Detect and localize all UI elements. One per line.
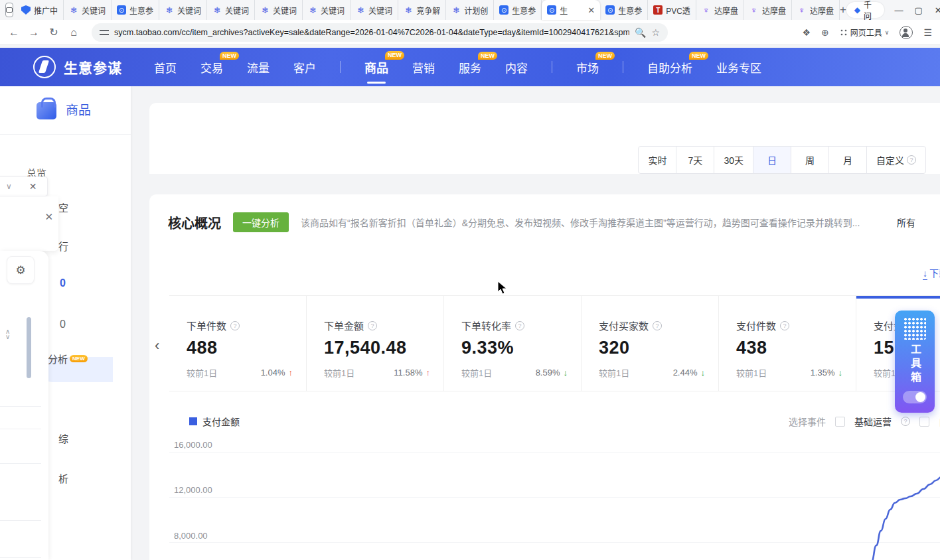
nav-item-市场[interactable]: 市场NEW (576, 59, 599, 76)
browser-tab[interactable]: ❄关键词 (207, 0, 255, 20)
zoom-icon[interactable]: 🔍 (635, 27, 646, 38)
close-icon[interactable]: ✕ (44, 211, 53, 223)
browser-tab[interactable]: ❄关键词 (159, 0, 207, 20)
minimize-button[interactable]: — (894, 5, 904, 15)
select-event-label[interactable]: 选择事件 (789, 415, 826, 428)
browser-tab[interactable]: ⊙生✕ (542, 0, 600, 20)
browser-tab[interactable]: ⊙生意参 (600, 0, 648, 20)
toolbox-toggle[interactable] (903, 391, 927, 403)
help-icon[interactable]: ? (653, 321, 662, 330)
brand[interactable]: 生意参谋 (33, 56, 122, 78)
new-badge: NEW (689, 52, 708, 60)
date-segment-自定义[interactable]: 自定义? (867, 147, 925, 173)
nav-item-自助分析[interactable]: 自助分析NEW (647, 59, 692, 76)
browser-tab[interactable]: ⊙生意参 (494, 0, 542, 20)
one-click-analyze-button[interactable]: 一键分析 (233, 212, 289, 232)
nav-item-营销[interactable]: 营销 (412, 59, 435, 76)
sidebar-item-fragment[interactable]: 空 (58, 200, 68, 214)
reload-icon[interactable]: ↻ (44, 26, 64, 38)
clipped-checkbox[interactable] (919, 417, 929, 427)
sidebar-scrollbar[interactable] (27, 317, 31, 378)
browser-tab[interactable]: ❄关键词 (255, 0, 303, 20)
nav-item-商品[interactable]: 商品NEW (364, 58, 388, 76)
help-icon[interactable]: ? (515, 321, 524, 330)
nav-item-客户[interactable]: 客户 (293, 59, 316, 76)
extensions-icon[interactable]: ❖ (803, 27, 811, 38)
browser-tab[interactable]: ❄竞争解 (398, 0, 446, 20)
menu-icon[interactable]: ☰ (923, 27, 932, 38)
sidebar-item-fragment[interactable]: 0 (60, 318, 66, 330)
browser-tab[interactable]: ♆达摩盘 (792, 0, 840, 20)
divider (0, 134, 131, 135)
nav-item-流量[interactable]: 流量 (247, 59, 270, 76)
help-icon[interactable]: ? (780, 321, 789, 330)
date-segment-7天[interactable]: 7天 (676, 147, 714, 173)
sidebar-item-analysis[interactable]: 分析NEW (48, 352, 88, 366)
home-icon[interactable]: ⌂ (64, 27, 84, 38)
core-overview-card: 核心概况 一键分析 该商品如有“报名新客折扣（首单礼金）&分期免息、发布短视频、… (149, 194, 940, 560)
nav-item-首页[interactable]: 首页 (154, 59, 177, 76)
browser-tab[interactable]: ♆达摩盘 (744, 0, 792, 20)
tab-search-icon[interactable] (5, 3, 13, 17)
download-icon: ↓ (923, 268, 927, 280)
sidebar-item-fragment[interactable]: 综 (58, 431, 68, 445)
forward-icon[interactable]: → (24, 27, 44, 38)
sidebar-item-label: 分析 (48, 354, 68, 365)
help-icon[interactable]: ? (901, 417, 910, 426)
date-segment-月[interactable]: 月 (829, 147, 867, 173)
browser-tab[interactable]: ♆达摩盘 (696, 0, 744, 20)
profile-avatar[interactable] (900, 26, 913, 39)
tab-close-icon[interactable]: ✕ (588, 6, 595, 15)
help-icon[interactable]: ? (368, 321, 377, 330)
close-window-button[interactable]: ✕ (933, 5, 940, 15)
sidebar-item-fragment[interactable]: 行 (58, 239, 68, 253)
all-link[interactable]: 所有 (897, 216, 915, 229)
sidebar-title: 商品 (37, 98, 91, 119)
maximize-button[interactable]: ▢ (913, 5, 924, 15)
basic-operation-checkbox[interactable] (835, 417, 845, 427)
carousel-left-chevron-icon[interactable]: ‹ (155, 337, 159, 354)
compare-label: 较前1日 (461, 366, 492, 379)
nav-item-交易[interactable]: 交易NEW (200, 59, 223, 76)
download-circle-icon[interactable]: ⊕ (821, 27, 829, 38)
date-segment-周[interactable]: 周 (791, 147, 829, 173)
bookmark-star-icon[interactable]: ☆ (651, 27, 660, 38)
nav-item-业务专区[interactable]: 业务专区 (716, 59, 761, 76)
browser-tab[interactable]: ⊙生意参 (112, 0, 159, 20)
metric-card-下单金额[interactable]: 下单金额?17,540.48较前1日11.58%↑ (307, 296, 444, 391)
sort-chevrons-icon[interactable]: ∧∨ (5, 329, 10, 340)
browser-tab[interactable]: ❄关键词 (303, 0, 351, 20)
date-segment-日[interactable]: 日 (753, 147, 791, 173)
snowflake-icon: ❄ (308, 5, 317, 15)
url-text[interactable]: sycm.taobao.com/cc/item_archives?activeK… (114, 28, 629, 37)
sidebar-item-active[interactable]: 0 (60, 277, 66, 289)
browser-tab[interactable]: ❄关键词 (351, 0, 398, 20)
toolbox-widget[interactable]: 工具箱 (895, 311, 935, 413)
metric-card-支付件数[interactable]: 支付件数?438较前1日1.35%↓ (719, 296, 856, 391)
browser-tab[interactable]: 推广中 (16, 0, 64, 20)
web-tools-menu[interactable]: 网页工具 ∨ (840, 27, 890, 38)
browser-tab[interactable]: TPVC透 (648, 0, 696, 20)
metric-card-下单件数[interactable]: 下单件数?488较前1日1.04%↑ (169, 296, 307, 391)
back-icon[interactable]: ← (4, 27, 24, 38)
address-bar[interactable]: sycm.taobao.com/cc/item_archives?activeK… (92, 23, 668, 42)
assistant-button[interactable]: ◆ 千问 (846, 2, 884, 18)
gear-icon[interactable]: ⚙ (7, 256, 35, 284)
nav-item-服务[interactable]: 服务NEW (459, 59, 481, 76)
browser-tab[interactable]: ❄计划创 (446, 0, 494, 20)
date-segment-30天[interactable]: 30天 (714, 147, 753, 173)
nav-item-内容[interactable]: 内容 (505, 59, 528, 76)
chevron-down-icon[interactable]: ∨ (6, 182, 12, 191)
close-icon[interactable]: ✕ (29, 181, 37, 192)
help-icon[interactable]: ? (907, 155, 916, 165)
new-tab-button[interactable]: + (840, 1, 846, 19)
metric-card-支付买家数[interactable]: 支付买家数?320较前1日2.44%↓ (582, 296, 719, 391)
sidebar-item-fragment[interactable]: 析 (58, 471, 68, 485)
help-icon[interactable]: ? (230, 321, 240, 330)
metric-card-下单转化率[interactable]: 下单转化率?9.33%较前1日8.59%↓ (444, 296, 582, 391)
site-settings-icon[interactable] (100, 29, 109, 36)
change-value: 2.44%↓ (673, 366, 705, 379)
browser-tab[interactable]: ❄关键词 (64, 0, 112, 20)
download-link[interactable]: ↓下载 (923, 266, 940, 280)
date-segment-实时[interactable]: 实时 (639, 147, 676, 173)
